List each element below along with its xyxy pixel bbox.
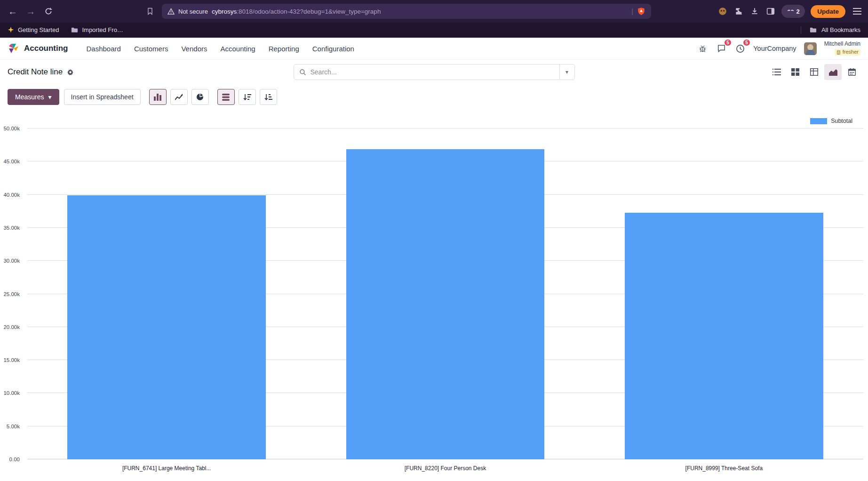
apps-logo-icon[interactable] [8,42,20,55]
activities-button[interactable]: 5 [734,43,746,54]
y-tick-label: 10.00k [3,390,20,396]
activities-badge: 5 [743,40,750,46]
building-icon [836,50,841,55]
menu-vendors[interactable]: Vendors [175,41,213,56]
hamburger-icon [853,8,861,15]
pie-chart-button[interactable] [191,89,209,105]
list-view-icon [772,68,781,76]
view-kanban-button[interactable] [787,64,804,80]
bookmark-label: Getting Started [18,26,59,33]
y-tick-label: 25.00k [3,291,20,297]
bookmark-item-getting-started[interactable]: Getting Started [8,26,59,33]
warning-icon [167,8,175,15]
security-label[interactable]: Not secure [178,8,208,15]
extensions-button[interactable] [733,6,744,16]
bar-chart-button[interactable] [149,89,167,105]
line-chart-button[interactable] [170,89,188,105]
pie-chart-icon [196,93,204,101]
view-pivot-button[interactable] [805,64,823,80]
view-list-button[interactable] [768,64,785,80]
menu-reporting[interactable]: Reporting [263,41,305,56]
kanban-view-icon [791,68,799,76]
y-tick-label: 5.00k [7,424,20,429]
sort-ascending-button[interactable] [239,89,256,105]
toolbar-right-cluster: 2 Update [717,5,863,18]
profile-button[interactable]: 2 [781,5,805,18]
brave-shield-icon[interactable] [637,7,645,16]
view-switcher [768,64,860,80]
sort-descending-button[interactable] [260,89,277,105]
action-menu-button[interactable] [67,69,74,76]
url-path: :8018/odoo/action-432?debug=1&view_type=… [237,8,381,15]
insert-in-spreadsheet-button[interactable]: Insert in Spreadsheet [64,89,141,105]
user-avatar[interactable] [804,42,817,55]
bookmark-item-imported[interactable]: Imported Fro… [71,26,123,33]
calendar-view-icon [848,68,856,76]
chart-legend[interactable]: Subtotal [810,118,852,124]
app-name[interactable]: Accounting [24,44,68,53]
measures-button[interactable]: Measures ▾ [8,89,59,105]
legend-label: Subtotal [831,118,852,124]
all-bookmarks-button[interactable]: All Bookmarks [801,26,860,34]
page-title: Credit Note line [8,67,63,77]
bar-2[interactable] [625,213,823,459]
bookmarks-bar: Getting Started Imported Fro… All Bookma… [0,23,868,38]
y-tick-label: 45.00k [3,159,20,164]
stacked-toggle-button[interactable] [217,89,235,105]
search-input[interactable] [311,68,554,76]
company-switcher[interactable]: YourCompany [753,45,796,52]
gear-icon [67,69,74,76]
url-bar[interactable]: Not secure cybrosys:8018/odoo/action-432… [162,4,651,19]
messages-button[interactable]: 5 [716,43,727,54]
messages-badge: 5 [725,40,732,46]
browser-toolbar: ← → Not secure cybrosys:8018/odoo/action… [0,0,868,23]
update-button[interactable]: Update [811,5,845,18]
chat-bubble-icon [717,44,726,53]
gridline [27,128,863,128]
bookmarks-divider [801,26,801,34]
measures-label: Measures [15,93,44,101]
x-tick-label: [FURN_6741] Large Meeting Tabl... [27,465,306,472]
y-tick-label: 20.00k [3,324,20,330]
stacked-icon [222,94,230,101]
bookmark-page-button[interactable] [143,4,157,18]
clock-icon [736,44,745,53]
bug-icon [699,45,707,53]
database-name: fresher [843,49,859,56]
search-main [294,64,559,80]
url-text: cybrosys:8018/odoo/action-432?debug=1&vi… [212,8,628,15]
back-button[interactable]: ← [5,3,21,19]
sort-ascending-icon [243,94,251,101]
debug-button[interactable] [697,43,708,54]
view-graph-button[interactable] [824,64,842,80]
extension-icon[interactable] [717,6,728,16]
y-axis-labels: 0.005.00k10.00k15.00k20.00k25.00k30.00k3… [0,128,24,459]
database-badge: fresher [835,49,860,56]
download-icon [750,7,759,16]
menu-configuration[interactable]: Configuration [306,41,360,56]
user-menu[interactable]: Mitchell Admin fresher [824,40,860,57]
browser-menu-button[interactable] [851,5,863,17]
header-right-cluster: 5 5 YourCompany Mitchell Admin fresher [697,40,860,57]
graph-view-icon [829,69,837,76]
sidebar-button[interactable] [765,6,776,16]
bar-0[interactable] [67,195,266,459]
profile-count: 2 [796,8,800,15]
bar-1[interactable] [346,149,545,459]
menu-customers[interactable]: Customers [128,41,175,56]
menu-accounting[interactable]: Accounting [214,41,261,56]
menu-dashboard[interactable]: Dashboard [80,41,127,56]
y-tick-label: 40.00k [3,192,20,198]
forward-button[interactable]: → [23,3,39,19]
x-tick-label: [FURN_8999] Three-Seat Sofa [585,465,863,472]
y-tick-label: 0.00 [9,457,20,462]
search-bar: ▾ [294,64,575,80]
reload-button[interactable] [40,3,56,19]
downloads-button[interactable] [749,6,760,16]
view-calendar-button[interactable] [843,64,860,80]
url-host: cybrosys [212,8,237,15]
y-tick-label: 50.00k [3,126,20,131]
search-dropdown-toggle[interactable]: ▾ [559,64,574,80]
reload-icon [44,7,53,16]
y-tick-label: 35.00k [3,225,20,231]
